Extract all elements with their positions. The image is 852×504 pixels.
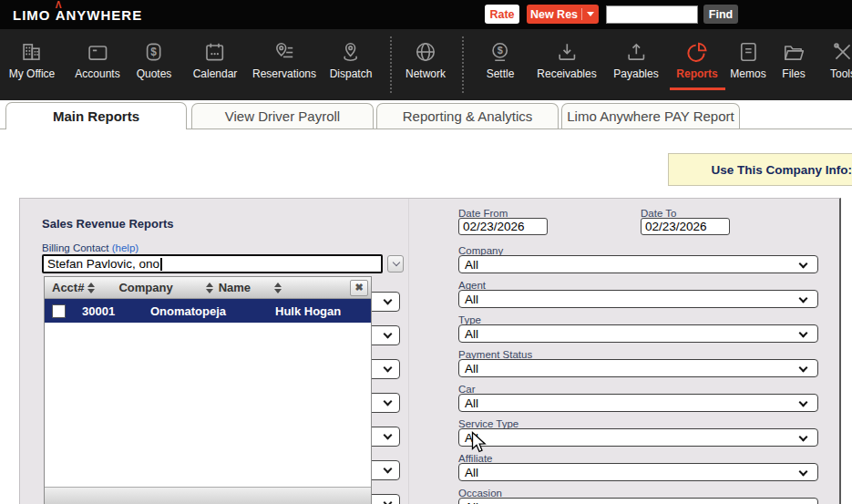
caret-down-icon	[587, 12, 594, 16]
date-from-input[interactable]	[458, 218, 548, 235]
globe-icon	[414, 40, 437, 64]
logo-accent-a: A	[56, 7, 67, 23]
app-window: LIMO ANYWHERE Rate New Res Find My Offic…	[0, 0, 852, 504]
billing-contact-results-dropdown: Acct# Company Name ✖ 30001 Onomatopeja H…	[44, 276, 372, 504]
calendar-icon	[203, 40, 227, 64]
nav-item-dispatch[interactable]: Dispatch	[330, 40, 373, 80]
rate-button[interactable]: Rate	[485, 5, 519, 24]
sort-icon[interactable]	[87, 283, 95, 293]
nav-item-receivables[interactable]: Receivables	[537, 40, 596, 80]
wallet-icon	[86, 40, 109, 64]
service-type-select[interactable]: All	[458, 428, 818, 447]
nav-label: Reservations	[252, 67, 316, 80]
download-tray-icon	[555, 40, 579, 64]
limo-anywhere-logo[interactable]: LIMO ANYWHERE	[13, 0, 142, 29]
panel-divider	[408, 199, 409, 504]
nav-item-settle[interactable]: $ Settle	[487, 40, 515, 80]
nav-label: Memos	[730, 67, 765, 80]
use-company-info-banner[interactable]: Use This Company Info:	[668, 153, 852, 186]
tab-view-driver-payroll[interactable]: View Driver Payroll	[191, 103, 374, 129]
billing-contact-combo-button[interactable]	[387, 255, 404, 273]
chevron-down-icon	[384, 499, 393, 504]
billing-contact-input[interactable]: Stefan Pavlovic, ono	[42, 254, 383, 273]
column-header-company[interactable]: Company	[118, 281, 172, 294]
billing-contact-value: Stefan Pavlovic, ono	[47, 257, 159, 271]
date-to-input[interactable]	[641, 218, 730, 235]
new-res-button[interactable]: New Res	[527, 5, 599, 24]
cell-acct: 30001	[82, 304, 150, 318]
contact-result-row-selected[interactable]: 30001 Onomatopeja Hulk Hogan	[45, 299, 371, 323]
nav-item-memos[interactable]: Memos	[730, 40, 765, 80]
svg-text:$: $	[498, 45, 503, 56]
row-checkbox[interactable]	[52, 304, 66, 318]
tab-reporting-analytics[interactable]: Reporting & Analytics	[376, 103, 559, 129]
chevron-down-icon	[799, 329, 808, 338]
type-select[interactable]: All	[458, 324, 818, 343]
sort-icon[interactable]	[206, 283, 213, 293]
chevron-down-icon	[384, 296, 393, 305]
nav-item-accounts[interactable]: Accounts	[75, 40, 119, 80]
select-value: All	[465, 293, 478, 306]
office-building-icon	[20, 40, 44, 64]
chevron-down-icon	[384, 431, 393, 440]
company-select[interactable]: All	[458, 255, 818, 273]
results-table-header: Acct# Company Name ✖	[45, 277, 371, 299]
chevron-down-icon	[799, 260, 808, 269]
nav-item-tools[interactable]: Tools	[830, 40, 852, 80]
nav-item-payables[interactable]: Payables	[613, 40, 658, 80]
payment-status-select[interactable]: All	[458, 359, 818, 377]
car-select[interactable]: All	[458, 394, 818, 412]
select-value: All	[465, 396, 478, 410]
column-header-name[interactable]: Name	[219, 281, 251, 294]
location-pin-icon	[339, 40, 363, 64]
nav-item-reservations[interactable]: Reservations	[252, 40, 316, 80]
occasion-select[interactable]: All	[458, 498, 818, 504]
nav-item-reports[interactable]: Reports	[676, 40, 717, 80]
main-navigation-bar: My Office Accounts $ Quotes Calendar	[0, 29, 852, 100]
top-header-bar: LIMO ANYWHERE Rate New Res Find	[0, 0, 852, 29]
tab-main-reports[interactable]: Main Reports	[5, 102, 187, 129]
nav-divider	[462, 36, 464, 93]
chevron-down-icon	[393, 259, 400, 266]
select-value: All	[465, 500, 478, 504]
nav-label: Quotes	[137, 67, 172, 80]
svg-text:$: $	[151, 46, 158, 58]
nav-item-my-office[interactable]: My Office	[9, 40, 55, 80]
new-res-dropdown-caret[interactable]	[582, 12, 599, 16]
nav-item-calendar[interactable]: Calendar	[193, 40, 238, 80]
quick-find-input[interactable]	[606, 5, 698, 24]
select-value: All	[465, 431, 478, 445]
select-value: All	[465, 466, 478, 479]
dollar-square-icon: $	[142, 40, 166, 64]
logo-text-rest: NYWHERE	[67, 7, 143, 23]
agent-select[interactable]: All	[458, 290, 818, 308]
nav-item-quotes[interactable]: $ Quotes	[137, 40, 172, 80]
column-header-acct[interactable]: Acct#	[52, 281, 84, 294]
chevron-down-icon	[799, 398, 808, 407]
chevron-down-icon	[384, 397, 393, 406]
cell-name: Hulk Hogan	[275, 304, 341, 318]
chevron-down-icon	[799, 468, 808, 477]
affiliate-select[interactable]: All	[458, 463, 818, 481]
tab-limo-anywhere-pay-report[interactable]: Limo Anywhere PAY Report	[561, 103, 740, 129]
help-link[interactable]: (help)	[112, 242, 139, 253]
tools-icon	[831, 40, 852, 64]
chevron-down-icon	[384, 465, 393, 474]
nav-item-files[interactable]: Files	[782, 40, 806, 80]
billing-contact-label: Billing Contact (help)	[42, 242, 139, 253]
close-dropdown-button[interactable]: ✖	[350, 280, 368, 296]
logo-text-limo: LIMO	[13, 7, 51, 23]
chevron-down-icon	[799, 364, 808, 373]
new-res-label: New Res	[527, 8, 581, 21]
sales-revenue-reports-panel: Sales Revenue Reports Billing Contact (h…	[19, 198, 841, 504]
nav-label: Settle	[487, 67, 515, 80]
nav-item-network[interactable]: Network	[405, 40, 446, 80]
chevron-down-icon	[799, 433, 808, 442]
nav-label: Payables	[613, 67, 658, 80]
sort-icon[interactable]	[274, 283, 282, 293]
find-button[interactable]: Find	[703, 5, 738, 24]
text-caret	[160, 258, 162, 271]
results-table-footer	[45, 487, 371, 504]
chevron-down-icon	[799, 294, 808, 303]
nav-label: Calendar	[193, 67, 238, 80]
